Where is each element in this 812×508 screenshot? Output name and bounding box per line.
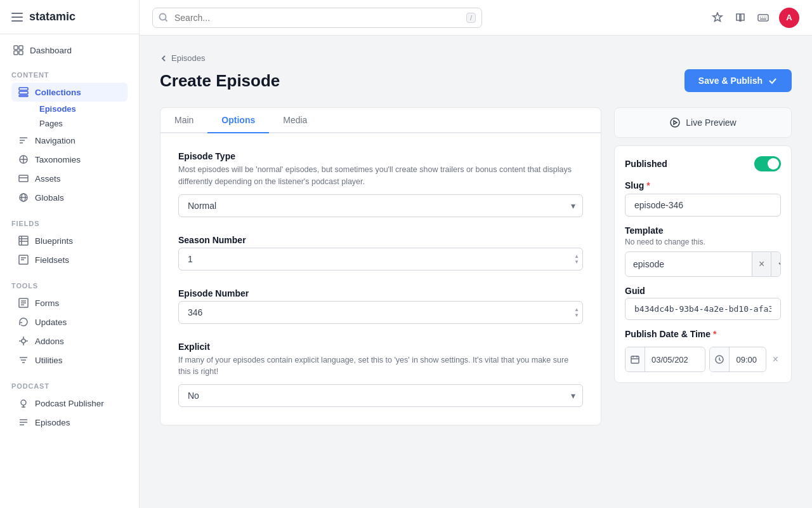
live-preview-label: Live Preview (686, 117, 736, 128)
sidebar-item-episodes[interactable]: Episodes (34, 102, 128, 116)
section-label-tools: TOOLS (11, 282, 128, 290)
svg-point-17 (22, 339, 25, 343)
collections-icon (18, 86, 29, 98)
sidebar-item-fieldsets[interactable]: Fieldsets (11, 250, 128, 269)
breadcrumb[interactable]: Episodes (160, 53, 792, 63)
sidebar-item-utilities[interactable]: Utilities (11, 351, 128, 370)
template-input[interactable] (625, 253, 752, 275)
live-preview-button[interactable]: Live Preview (615, 108, 791, 137)
sidebar-item-navigation[interactable]: Navigation (11, 131, 128, 150)
guid-input[interactable] (625, 298, 781, 320)
keyboard-icon[interactable] (756, 11, 770, 25)
svg-rect-9 (19, 95, 28, 97)
date-input-wrap (625, 347, 705, 372)
page-title: Create Episode (160, 71, 280, 91)
svg-rect-11 (19, 175, 28, 182)
episode-number-arrows: ▲ ▼ (574, 307, 579, 318)
sidebar-section-content: CONTENT Collections Episodes Pages Navig… (0, 62, 139, 211)
collections-label: Collections (35, 88, 81, 97)
search-input[interactable] (152, 8, 482, 28)
episode-number-label: Episode Number (178, 288, 583, 298)
episode-down-arrow[interactable]: ▼ (574, 312, 579, 318)
episode-type-select[interactable]: Normal Trailer Bonus (178, 194, 583, 217)
tab-main-label: Main (174, 115, 193, 125)
sidebar-item-addons[interactable]: Addons (11, 331, 128, 351)
season-down-arrow[interactable]: ▼ (574, 259, 579, 264)
time-input[interactable] (730, 349, 766, 370)
tab-options[interactable]: Options (207, 108, 269, 133)
avatar[interactable]: A (779, 8, 799, 28)
publish-date-label: Publish Date & Time * (625, 329, 716, 339)
template-select-wrap: × (625, 251, 781, 277)
sidebar-item-globals[interactable]: Globals (11, 188, 128, 207)
episode-number-field: Episode Number ▲ ▼ (178, 288, 583, 324)
updates-label: Updates (35, 318, 67, 327)
date-clear-button[interactable]: × (770, 354, 781, 365)
date-input[interactable] (645, 349, 705, 370)
tab-main[interactable]: Main (160, 108, 207, 133)
explicit-desc: If many of your episodes contain explici… (178, 354, 583, 378)
svg-rect-20 (758, 15, 768, 21)
sidebar-section-fields: FIELDS Blueprints Fieldsets (0, 211, 139, 273)
section-label-podcast: PODCAST (11, 382, 128, 390)
season-number-input[interactable] (178, 248, 583, 271)
explicit-label: Explicit (178, 342, 583, 352)
episode-up-arrow[interactable]: ▲ (574, 307, 579, 312)
breadcrumb-label: Episodes (171, 53, 205, 63)
explicit-select-wrap: No Yes (178, 384, 583, 407)
explicit-select[interactable]: No Yes (178, 384, 583, 407)
svg-point-21 (671, 118, 679, 127)
main-area: / A Episodes Create Episode Save & Publi (140, 0, 812, 508)
side-panel: Live Preview Published (614, 107, 792, 425)
live-preview-card: Live Preview (614, 107, 792, 138)
published-row: Published (625, 156, 781, 171)
sidebar-item-collections[interactable]: Collections (11, 83, 128, 102)
template-desc: No need to change this. (625, 237, 781, 246)
svg-rect-2 (11, 20, 23, 22)
slug-input[interactable] (625, 194, 781, 217)
sidebar-item-updates[interactable]: Updates (11, 312, 128, 331)
template-clear-button[interactable]: × (752, 252, 771, 276)
book-icon[interactable] (733, 11, 747, 25)
sidebar-item-dashboard[interactable]: Dashboard (6, 41, 133, 60)
template-label: Template (625, 225, 781, 236)
navigation-icon (18, 135, 29, 146)
season-up-arrow[interactable]: ▲ (574, 253, 579, 258)
addons-label: Addons (35, 337, 64, 346)
sidebar-item-blueprints[interactable]: Blueprints (11, 231, 128, 250)
svg-rect-3 (14, 46, 18, 50)
hamburger-icon[interactable] (11, 13, 23, 22)
topbar-actions: A (710, 8, 799, 28)
utilities-icon (18, 354, 29, 366)
published-label: Published (625, 159, 667, 169)
meta-card-body: Published Slug * (615, 146, 791, 382)
dashboard-label: Dashboard (30, 46, 72, 55)
guid-field: Guid (625, 286, 781, 320)
svg-rect-0 (11, 13, 23, 14)
season-number-wrap: ▲ ▼ (178, 248, 583, 271)
sidebar-item-podcast-episodes[interactable]: Episodes (11, 413, 128, 432)
sidebar-item-assets[interactable]: Assets (11, 169, 128, 188)
sidebar-item-taxonomies[interactable]: Taxonomies (11, 150, 128, 169)
blueprints-icon (18, 235, 29, 246)
svg-point-18 (21, 400, 26, 405)
episode-type-desc: Most episodes will be 'normal' episodes,… (178, 164, 583, 188)
guid-label: Guid (625, 286, 781, 296)
save-publish-button[interactable]: Save & Publish (684, 69, 792, 92)
episode-number-input[interactable] (178, 301, 583, 324)
live-preview-icon (669, 117, 681, 128)
pin-icon[interactable] (710, 11, 724, 25)
published-toggle[interactable] (754, 156, 781, 171)
svg-rect-14 (19, 236, 28, 245)
forms-icon (18, 297, 29, 309)
addons-icon (18, 335, 29, 347)
template-chevron-button[interactable] (771, 252, 781, 276)
globals-label: Globals (35, 193, 64, 203)
tab-media[interactable]: Media (269, 108, 321, 133)
search-icon (159, 13, 168, 22)
section-label-fields: FIELDS (11, 220, 128, 227)
sidebar-item-forms[interactable]: Forms (11, 293, 128, 312)
sidebar-item-pages[interactable]: Pages (34, 116, 128, 131)
form-layout: Main Options Media Episode Type (160, 107, 792, 425)
sidebar-item-podcast-publisher[interactable]: Podcast Publisher (11, 394, 128, 413)
